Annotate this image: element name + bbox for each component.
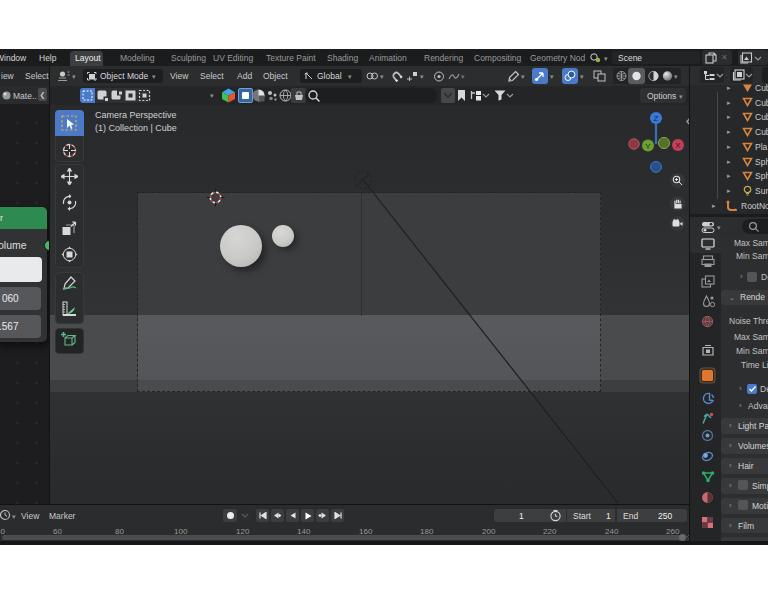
svg-text:X: X (675, 141, 681, 150)
svg-text:Y: Y (645, 142, 651, 151)
svg-text:Z: Z (654, 114, 659, 123)
